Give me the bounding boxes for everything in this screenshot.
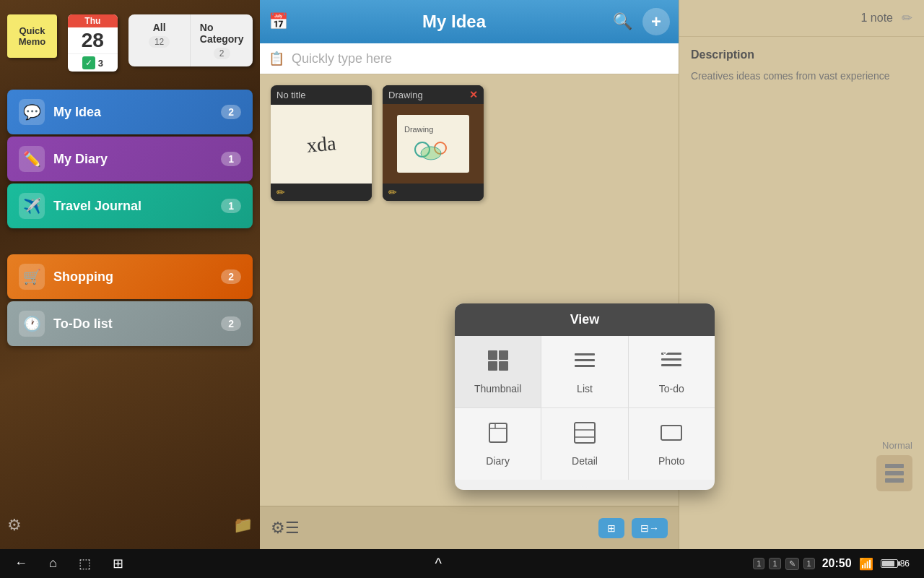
detail-icon	[573, 421, 596, 449]
thumbnail-icon	[487, 349, 510, 377]
view-option-diary[interactable]: Diary	[455, 408, 541, 480]
shopping-count: 2	[221, 269, 241, 284]
view-option-list[interactable]: List	[541, 336, 627, 407]
all-category-count: 12	[149, 36, 170, 48]
battery-indicator: 86	[881, 558, 910, 569]
calendar-todo-count: 3	[98, 58, 103, 69]
svg-rect-6	[885, 478, 904, 483]
quick-input-bar[interactable]: 📋 Quickly type here	[260, 43, 679, 74]
battery-percentage: 86	[900, 558, 910, 569]
edit-badge: ✎	[785, 558, 799, 570]
svg-rect-17	[489, 423, 507, 442]
calendar-day-number: 28	[68, 27, 118, 53]
svg-rect-12	[575, 359, 595, 361]
calendar-check-icon: ✓	[82, 56, 95, 69]
todo-icon: 🕐	[19, 311, 45, 337]
normal-label: Normal	[882, 440, 912, 451]
sidebar-footer: ⚙ 📁	[7, 516, 253, 535]
recents-button[interactable]: ⬚	[79, 556, 91, 571]
sidebar-item-todo-list[interactable]: 🕐 To-Do list 2	[7, 301, 253, 346]
view-option-photo[interactable]: Photo	[629, 408, 715, 480]
sidebar: Quick Memo Thu 28 ✓ 3 All 12 NoCategory …	[0, 0, 260, 549]
home-button[interactable]: ⌂	[49, 556, 57, 571]
todo-label: To-Do list	[53, 316, 221, 332]
todo-view-label: To-do	[659, 383, 684, 394]
main-header: 📅 My Idea 🔍 +	[260, 0, 679, 43]
search-icon[interactable]: 🔍	[613, 12, 632, 31]
normal-view-icon[interactable]	[876, 455, 912, 491]
note-card-no-title[interactable]: No title xda ✏	[271, 85, 372, 201]
my-idea-label: My Idea	[53, 105, 221, 120]
diary-icon	[487, 421, 510, 449]
note-card-body: xda	[271, 105, 372, 184]
view-option-detail[interactable]: Detail	[541, 408, 627, 480]
toolbar-view-button[interactable]: ⊞	[598, 518, 624, 538]
chevron-up-icon[interactable]: ^	[435, 556, 441, 572]
system-bar: ← ⌂ ⬚ ⊞ ^ 1 1 ✎ 1 20:50 📶 86	[0, 549, 924, 578]
settings-icon[interactable]: ⚙	[7, 516, 22, 535]
view-popup-grid: Thumbnail List To-do Diary	[455, 336, 715, 480]
add-note-button[interactable]: +	[642, 8, 670, 35]
svg-rect-20	[575, 423, 595, 443]
status-badge-3: 1	[803, 558, 815, 569]
svg-rect-8	[499, 350, 508, 360]
thumbnail-label: Thumbnail	[474, 383, 521, 394]
right-edit-icon[interactable]: ✏	[902, 10, 912, 26]
back-button[interactable]: ←	[14, 556, 27, 571]
todo-view-icon	[660, 349, 683, 377]
popup-arrow	[576, 480, 593, 490]
notebook-list: 💬 My Idea 2 ✏️ My Diary 1 ✈️ Travel Jour…	[7, 90, 253, 346]
drawing-preview: Drawing	[397, 115, 469, 173]
folder-icon[interactable]: 📁	[233, 516, 253, 535]
calendar-day-name: Thu	[68, 14, 118, 27]
svg-rect-7	[488, 350, 497, 360]
right-panel: 1 note ✏ Description Creatives ideas com…	[679, 0, 924, 549]
all-category-item[interactable]: All 12	[128, 14, 191, 66]
note-card-drawing[interactable]: Drawing ✕ Drawing ✏	[383, 85, 484, 201]
toolbar-list-icon[interactable]: ☰	[285, 519, 300, 538]
drawing-card-header: Drawing ✕	[383, 85, 484, 104]
calendar-todo-row[interactable]: ✓ 3	[68, 53, 118, 72]
sidebar-item-travel-journal[interactable]: ✈️ Travel Journal 1	[7, 184, 253, 228]
all-category-label: All	[153, 22, 166, 33]
drawing-close-icon[interactable]: ✕	[469, 89, 478, 100]
my-diary-label: My Diary	[53, 152, 221, 167]
svg-rect-11	[575, 353, 595, 355]
sidebar-item-my-idea[interactable]: 💬 My Idea 2	[7, 90, 253, 134]
view-option-todo[interactable]: To-do	[629, 336, 715, 407]
status-badges: 1 1 ✎ 1	[753, 558, 814, 570]
status-badge-1: 1	[753, 558, 764, 569]
sidebar-item-shopping[interactable]: 🛒 Shopping 2	[7, 254, 253, 299]
calendar-widget[interactable]: Thu 28 ✓ 3	[68, 14, 118, 72]
no-category-item[interactable]: NoCategory 2	[191, 14, 253, 66]
main-title: My Idea	[295, 12, 613, 32]
list-label: List	[577, 383, 593, 394]
note-card-title: No title	[271, 85, 372, 105]
svg-rect-16	[661, 364, 681, 366]
no-category-count: 2	[214, 48, 230, 59]
quick-memo-button[interactable]: Quick Memo	[7, 14, 57, 58]
sidebar-item-my-diary[interactable]: ✏️ My Diary 1	[7, 137, 253, 181]
diary-label: Diary	[486, 455, 510, 467]
travel-journal-label: Travel Journal	[53, 199, 221, 214]
right-normal-view: Normal	[876, 440, 912, 491]
drawing-card-footer: ✏	[383, 184, 484, 201]
view-option-thumbnail[interactable]: Thumbnail	[455, 336, 541, 407]
description-label: Description	[691, 48, 912, 61]
toolbar-settings-icon[interactable]: ⚙	[271, 519, 285, 538]
system-status: 1 1 ✎ 1 20:50 📶 86	[753, 557, 910, 571]
toolbar-layout-button[interactable]: ⊟→	[632, 518, 668, 538]
quick-input-placeholder: Quickly type here	[292, 51, 392, 66]
my-diary-icon: ✏️	[19, 146, 45, 172]
memo-icon: 📋	[269, 51, 284, 66]
calendar-header-icon[interactable]: 📅	[269, 12, 288, 31]
svg-rect-15	[661, 358, 681, 361]
drawing-edit-icon: ✏	[388, 186, 397, 198]
status-badge-2: 1	[769, 558, 780, 569]
view-popup-title: View	[455, 303, 715, 336]
shopping-icon: 🛒	[19, 264, 45, 290]
travel-journal-icon: ✈️	[19, 193, 45, 219]
apps-button[interactable]: ⊞	[113, 556, 123, 571]
photo-icon	[660, 421, 683, 449]
svg-rect-5	[885, 471, 904, 475]
